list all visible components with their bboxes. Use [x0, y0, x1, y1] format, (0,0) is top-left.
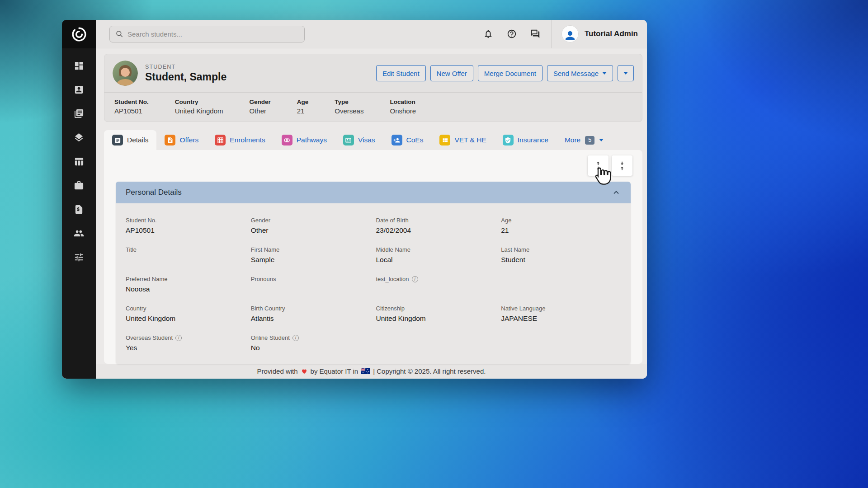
- details-icon: [112, 135, 123, 145]
- pathways-icon: [282, 135, 292, 145]
- field: Middle NameLocal: [376, 246, 496, 264]
- summary-item: CountryUnited Kingdom: [175, 99, 223, 115]
- footer-text: | Copyright © 2025. All right reserved.: [373, 367, 486, 375]
- send-message-button[interactable]: Send Message: [547, 65, 613, 81]
- tab-label: Pathways: [297, 136, 327, 144]
- tab-label: Visas: [358, 136, 375, 144]
- user-avatar-icon: [561, 25, 579, 42]
- topbar-divider: [551, 20, 552, 48]
- personal-details-card: Personal Details Student No.AP10501 Gend…: [116, 182, 631, 364]
- boards-icon[interactable]: [74, 156, 85, 167]
- tab-label: Enrolments: [230, 136, 265, 144]
- account-menu[interactable]: Tutorial Admin: [561, 25, 638, 42]
- personal-details-header[interactable]: Personal Details: [116, 182, 631, 203]
- new-offer-button[interactable]: New Offer: [430, 65, 473, 81]
- field: Overseas StudentiYes: [126, 334, 245, 352]
- chevron-down-icon: [602, 72, 607, 75]
- sidebar: [62, 20, 96, 379]
- jobs-icon[interactable]: [74, 180, 85, 191]
- agents-icon[interactable]: [74, 228, 85, 239]
- collapse-all-button[interactable]: [612, 155, 632, 176]
- field: Preferred NameNooosa: [126, 276, 245, 294]
- invoices-icon[interactable]: [74, 204, 85, 215]
- search-box[interactable]: [109, 26, 305, 42]
- student-header-card: STUDENT Student, Sample Edit Student New…: [104, 54, 642, 122]
- field: test_locationi: [376, 276, 496, 294]
- tab-pathways[interactable]: Pathways: [274, 130, 335, 150]
- field: Pronouns: [251, 276, 371, 294]
- app-logo[interactable]: [62, 20, 96, 48]
- more-count-badge: 5: [585, 136, 594, 145]
- tab-visas[interactable]: Visas: [335, 130, 383, 150]
- summary-item: LocationOnshore: [390, 99, 416, 115]
- summary-item: TypeOverseas: [335, 99, 363, 115]
- notifications-icon[interactable]: [482, 28, 494, 40]
- main-area: Tutorial Admin: [96, 20, 647, 379]
- footer-text: Provided with: [257, 367, 298, 375]
- settings-icon[interactable]: [74, 252, 85, 263]
- fold-buttons: [588, 155, 632, 176]
- topbar: Tutorial Admin: [96, 20, 647, 48]
- tab-more[interactable]: More 5: [557, 130, 612, 150]
- coes-icon: [392, 135, 402, 145]
- tab-details[interactable]: Details: [104, 130, 156, 150]
- merge-document-button[interactable]: Merge Document: [478, 65, 542, 81]
- student-photo: [113, 61, 138, 86]
- field: First NameSample: [251, 246, 371, 264]
- australia-flag-icon: [361, 368, 370, 374]
- vet-he-icon: [439, 135, 450, 145]
- expand-all-icon: [593, 161, 603, 171]
- expand-all-button[interactable]: [588, 155, 609, 176]
- help-icon[interactable]: [506, 28, 518, 40]
- more-actions-button[interactable]: [618, 65, 634, 81]
- tab-label: Insurance: [518, 136, 548, 144]
- tab-insurance[interactable]: Insurance: [495, 130, 557, 150]
- students-icon[interactable]: [74, 84, 85, 95]
- tab-label: Offers: [179, 136, 198, 144]
- visas-icon: [343, 135, 354, 145]
- section-title: Personal Details: [126, 188, 182, 197]
- summary-item: Student No.AP10501: [114, 99, 149, 115]
- tab-coes[interactable]: CoEs: [383, 130, 432, 150]
- documents-icon[interactable]: [74, 108, 85, 119]
- field: Age21: [501, 217, 621, 235]
- field: Title: [126, 246, 245, 264]
- tab-label: More: [565, 136, 580, 144]
- edit-student-button[interactable]: Edit Student: [376, 65, 426, 81]
- heart-icon: [301, 368, 308, 375]
- summary-item: Age21: [297, 99, 309, 115]
- field: Native LanguageJAPANESE: [501, 305, 621, 323]
- search-input[interactable]: [127, 30, 299, 38]
- messages-icon[interactable]: [529, 28, 541, 40]
- tab-label: Details: [127, 136, 148, 144]
- field: CountryUnited Kingdom: [126, 305, 245, 323]
- info-icon[interactable]: i: [175, 335, 182, 341]
- insurance-icon: [503, 135, 514, 145]
- field: Online StudentiNo: [251, 334, 371, 352]
- info-icon[interactable]: i: [412, 276, 418, 282]
- dashboard-icon[interactable]: [74, 60, 85, 71]
- tab-label: VET & HE: [454, 136, 486, 144]
- info-icon[interactable]: i: [292, 335, 299, 341]
- search-icon: [115, 30, 123, 38]
- footer-text: by Equator IT in: [311, 367, 359, 375]
- logo-icon: [71, 27, 87, 42]
- enrolments-icon: [215, 135, 226, 145]
- footer: Provided with by Equator IT in | Copyrig…: [96, 364, 647, 379]
- student-kicker: STUDENT: [145, 64, 226, 70]
- sidebar-nav: [62, 48, 96, 263]
- tab-offers[interactable]: Offers: [156, 130, 207, 150]
- personal-details-body: Student No.AP10501 GenderOther Date of B…: [116, 203, 631, 364]
- tab-vet-he[interactable]: VET & HE: [431, 130, 494, 150]
- summary-item: GenderOther: [249, 99, 270, 115]
- user-name: Tutorial Admin: [585, 29, 638, 38]
- student-name: Student, Sample: [145, 71, 226, 83]
- tab-enrolments[interactable]: Enrolments: [207, 130, 273, 150]
- field: GenderOther: [251, 217, 371, 235]
- collapse-all-icon: [617, 161, 627, 171]
- details-panel: Personal Details Student No.AP10501 Gend…: [104, 150, 642, 364]
- field: Birth CountryAtlantis: [251, 305, 371, 323]
- courses-icon[interactable]: [74, 132, 85, 143]
- field: Last NameStudent: [501, 246, 621, 264]
- tab-label: CoEs: [406, 136, 424, 144]
